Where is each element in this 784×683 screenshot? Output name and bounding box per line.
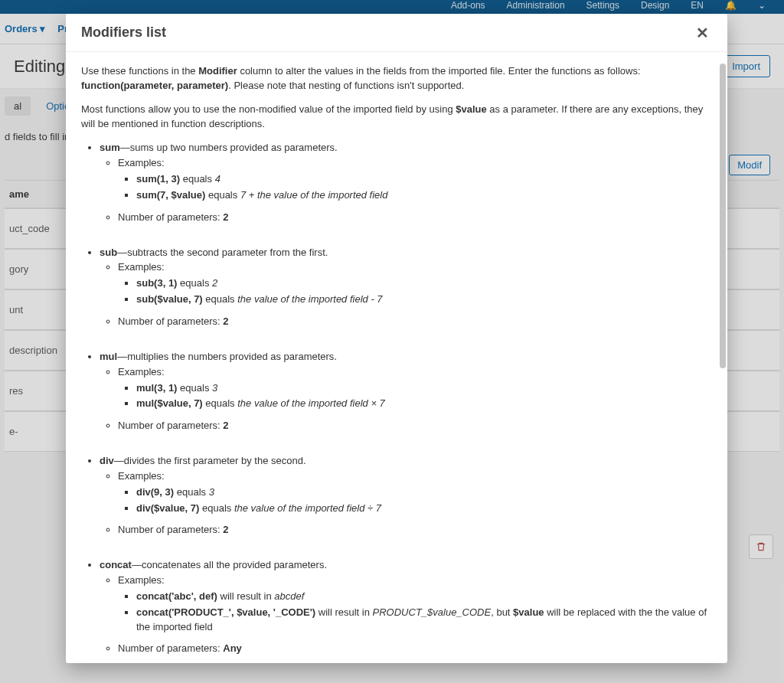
modifiers-modal: Modifiers list ✕ Use these functions in … (66, 14, 727, 663)
close-icon[interactable]: ✕ (693, 25, 712, 41)
function-mul: mul—multiplies the numbers provided as p… (100, 349, 712, 441)
scrollbar-thumb[interactable] (720, 64, 726, 368)
function-concat: concat—concatenates all the provided par… (100, 557, 712, 663)
examples-label: Examples: (118, 155, 712, 172)
intro-paragraph-1: Use these functions in the Modifier colu… (81, 64, 712, 93)
function-sum: sum—sums up two numbers provided as para… (100, 140, 712, 232)
intro-paragraph-2: Most functions allow you to use the non-… (81, 103, 712, 132)
function-sub: sub—subtracts the second parameter from … (100, 245, 712, 337)
modal-title: Modifiers list (81, 25, 166, 41)
function-div: div—divides the first parameter by the s… (100, 453, 712, 545)
modal-body: Use these functions in the Modifier colu… (66, 52, 727, 663)
